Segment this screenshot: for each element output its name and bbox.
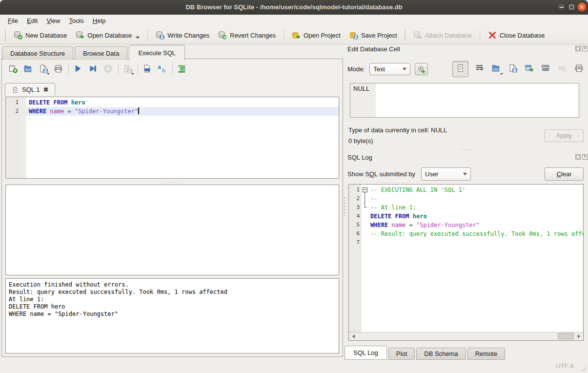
save-results-button[interactable]: [122, 63, 133, 75]
maximize-button[interactable]: [567, 2, 576, 12]
mode-select[interactable]: Text: [369, 63, 410, 75]
print-cell-icon: [574, 63, 584, 75]
save-sql-file-button[interactable]: [37, 63, 49, 75]
save-project-button[interactable]: Save Project: [345, 28, 402, 42]
dock-tab-remote[interactable]: Remote: [467, 348, 506, 360]
execute-all-button[interactable]: [72, 63, 83, 75]
fold-margin: [362, 203, 369, 212]
menu-tools[interactable]: Tools: [64, 16, 88, 26]
menu-view[interactable]: View: [42, 16, 64, 26]
mode-label: Mode:: [347, 65, 365, 73]
link-data-button[interactable]: [540, 63, 551, 75]
revert-changes-button[interactable]: Revert Changes: [214, 28, 280, 42]
stop-execution-icon: [103, 64, 113, 75]
close-dock-icon[interactable]: [582, 46, 588, 51]
ed-line-1: 1DELETE FROM hero: [6, 98, 339, 107]
save-project-icon: [349, 31, 358, 40]
dock-tab-db-schema[interactable]: DB Schema: [416, 348, 466, 360]
sql-log-view[interactable]: 1-- EXECUTING ALL IN 'SQL 1'2--3-- At li…: [348, 184, 584, 341]
apply-button[interactable]: Apply: [545, 129, 584, 142]
code-text: -- Result: query executed successfully. …: [369, 229, 583, 238]
set-null-button[interactable]: [556, 63, 568, 75]
message-line: At line 1:: [9, 296, 339, 303]
open-sql-file-button[interactable]: [22, 63, 34, 75]
cell-log-splitter[interactable]: ......: [347, 146, 584, 151]
find-replace-button[interactable]: ab: [156, 63, 168, 75]
tab-browse-data[interactable]: Browse Data: [75, 46, 127, 60]
dropdown-caret-icon[interactable]: [136, 37, 140, 39]
toolbar-grip[interactable]: [404, 29, 406, 41]
dock-tab-bar: SQL LogPlotDB SchemaRemote: [345, 346, 507, 360]
line-number: 1: [6, 98, 20, 107]
text-mode-toggle-button[interactable]: [452, 61, 468, 77]
svg-text:b: b: [162, 67, 165, 73]
find-button[interactable]: [141, 63, 153, 75]
sql-document-tab[interactable]: SQL 1 ✖: [5, 83, 55, 96]
auto-switch-mode-button[interactable]: [415, 63, 428, 75]
open-external-button[interactable]: [523, 63, 535, 75]
sql-editor[interactable]: 1DELETE FROM hero2WHERE name = "Spider-Y…: [5, 97, 339, 179]
submitted-by-select[interactable]: User: [421, 167, 471, 181]
submitted-by-value: User: [425, 170, 438, 178]
log-line-1: 1-- EXECUTING ALL IN 'SQL 1': [349, 186, 583, 194]
tab-database-structure[interactable]: Database Structure: [2, 46, 73, 60]
close-dock-icon[interactable]: [582, 154, 588, 160]
vertical-splitter-handle[interactable]: [344, 195, 346, 218]
close-tab-icon[interactable]: ✖: [43, 87, 48, 93]
export-data-button[interactable]: [507, 63, 518, 75]
minimize-button[interactable]: [557, 2, 566, 12]
menu-edit[interactable]: Edit: [22, 16, 42, 26]
new-database-button[interactable]: New Database: [9, 28, 71, 42]
menu-help[interactable]: Help: [88, 16, 110, 26]
dropdown-caret-icon[interactable]: [500, 73, 503, 75]
print-sql-button[interactable]: [52, 63, 64, 75]
dock-tab-sql-log[interactable]: SQL Log: [345, 346, 387, 360]
attach-database-button[interactable]: Attach Database: [409, 28, 476, 42]
tab-execute-sql[interactable]: Execute SQL: [129, 45, 185, 61]
editor-results-splitter[interactable]: ......: [2, 179, 343, 184]
log-horizontal-scrollbar[interactable]: [349, 332, 583, 340]
menu-file[interactable]: File: [3, 16, 22, 26]
open-database-icon: [76, 31, 84, 40]
fold-margin[interactable]: [362, 186, 369, 194]
line-number: 5: [349, 221, 362, 229]
encoding-indicator[interactable]: UTF-8: [556, 362, 574, 370]
toolbar-grip[interactable]: [4, 29, 7, 41]
new-sql-tab-button[interactable]: [7, 63, 19, 75]
cell-type-text: Type of data currently in cell: NULL: [348, 126, 447, 134]
scroll-right-icon[interactable]: [575, 333, 582, 339]
toolbar-separator: [480, 30, 480, 41]
import-data-button[interactable]: [490, 63, 502, 75]
float-dock-icon[interactable]: [575, 46, 581, 51]
close-database-button[interactable]: Close Database: [484, 28, 549, 42]
sql-log-title: SQL Log: [347, 154, 372, 161]
message-line: WHERE name = "Spider-Youngster": [9, 311, 339, 318]
open-database-button[interactable]: Open Database: [71, 28, 144, 42]
clear-log-button[interactable]: Clear: [545, 167, 584, 181]
stop-execution-button[interactable]: [102, 63, 114, 75]
scroll-left-icon[interactable]: [350, 333, 357, 339]
code-text: [369, 238, 583, 247]
word-wrap-button[interactable]: [473, 63, 485, 75]
close-button[interactable]: ✕: [577, 2, 587, 12]
float-dock-icon[interactable]: [575, 154, 581, 160]
text-cursor: [138, 107, 139, 114]
execute-current-line-button[interactable]: [87, 63, 99, 75]
dropdown-caret-icon[interactable]: [47, 73, 50, 75]
auto-format-button[interactable]: [176, 63, 187, 75]
cell-editor[interactable]: NULL: [350, 83, 579, 118]
toolbar-separator: [147, 30, 148, 41]
show-sql-label: Show SQL submitted by: [347, 170, 415, 178]
fold-collapse-icon[interactable]: [363, 187, 367, 192]
cell-value: NULL: [353, 85, 369, 92]
print-cell-button[interactable]: [573, 63, 585, 75]
resize-grip[interactable]: [580, 365, 587, 372]
open-project-button[interactable]: Open Project: [287, 28, 345, 42]
scrollbar-thumb[interactable]: [558, 333, 574, 339]
sql-log-dock-header: SQL Log: [347, 154, 585, 162]
log-line-2: 2--: [349, 194, 583, 203]
sql-editor-toolbar: ab: [7, 63, 191, 75]
dock-tab-plot[interactable]: Plot: [388, 348, 415, 360]
write-changes-button[interactable]: Write Changes: [151, 28, 214, 42]
dropdown-caret-icon[interactable]: [131, 73, 134, 75]
